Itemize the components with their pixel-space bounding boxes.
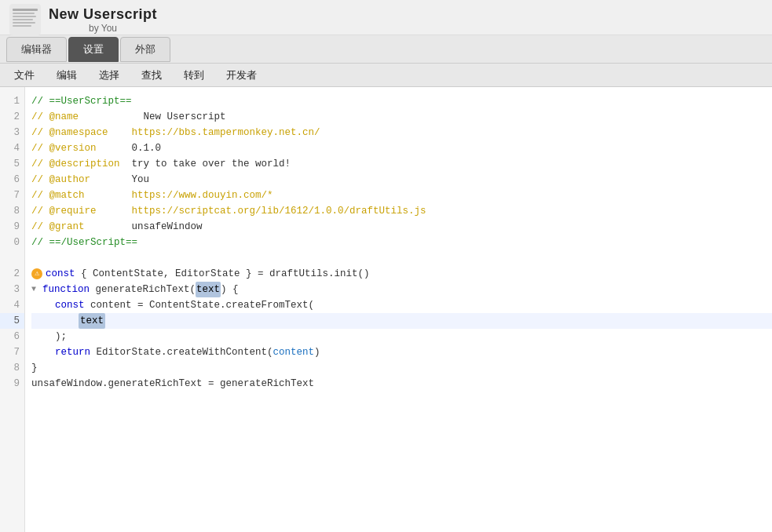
header-title: New Userscript by You [49, 6, 157, 34]
code-span: // @match [31, 188, 85, 203]
code-span: text [196, 282, 221, 297]
by-you-label: by You [49, 23, 157, 34]
code-line-5: // @description try to take over the wor… [31, 156, 772, 172]
code-line-19: unsafeWindow.generateRichText = generate… [31, 376, 772, 392]
svg-rect-1 [13, 9, 38, 11]
ln-6: 6 [0, 172, 24, 188]
warning-icon: ⚠ [31, 268, 42, 279]
code-span: https://www.douyin.com/* [132, 188, 273, 203]
code-line-15: text [31, 313, 772, 329]
code-span: } [31, 360, 38, 376]
menu-edit[interactable]: 编辑 [46, 65, 88, 86]
ln-empty [0, 250, 24, 266]
code-line-3: // @namespace https://bbs.tampermonkey.n… [31, 125, 772, 140]
svg-rect-2 [13, 13, 35, 14]
app-name: New Userscript [49, 6, 157, 23]
code-line-empty [31, 250, 772, 266]
code-span: const [55, 297, 85, 313]
menu-file[interactable]: 文件 [3, 65, 46, 86]
ln-2: 2 [0, 109, 24, 125]
code-line-10: // ==/UserScript== [31, 235, 772, 250]
svg-rect-5 [13, 22, 35, 24]
code-span [31, 313, 79, 329]
code-span: content [273, 344, 315, 360]
code-line-7: // @match https://www.douyin.com/* [31, 188, 772, 203]
ln-12: 2 [0, 266, 24, 282]
svg-rect-3 [13, 16, 36, 17]
svg-rect-6 [13, 25, 31, 27]
code-span: { ContentState, EditorState } = draftUti… [75, 266, 370, 282]
ln-19: 9 [0, 376, 24, 392]
tab-external[interactable]: 外部 [120, 37, 170, 62]
code-span [31, 297, 55, 313]
code-span: 0.1.0 [97, 140, 162, 156]
code-line-14: const content = ContentState.createFromT… [31, 297, 772, 313]
code-line-4: // @version 0.1.0 [31, 140, 772, 156]
code-span: https://scriptcat.org/lib/1612/1.0.0/dra… [132, 203, 426, 219]
ln-13: 3 [0, 282, 24, 297]
header: New Userscript by You [0, 0, 772, 35]
svg-rect-4 [13, 19, 33, 20]
code-line-8: // @require https://scriptcat.org/lib/16… [31, 203, 772, 219]
ln-4: 4 [0, 140, 24, 156]
code-line-17: return EditorState.createWithContent(con… [31, 344, 772, 360]
ln-15: 5 [0, 313, 24, 329]
code-span: text [79, 313, 105, 329]
ln-8: 8 [0, 203, 24, 219]
code-span: const [46, 266, 75, 282]
ln-7: 7 [0, 188, 24, 203]
code-span [31, 344, 55, 360]
code-span: try to take over the world! [120, 156, 291, 172]
menu-select[interactable]: 选择 [88, 65, 130, 86]
code-span: // @description [31, 156, 120, 172]
code-line-13: ▼function generateRichText(text) { [31, 282, 772, 297]
ln-16: 6 [0, 329, 24, 344]
tab-editor[interactable]: 编辑器 [6, 37, 67, 62]
line-numbers: 1 2 3 4 5 6 7 8 9 0 2 3 4 5 6 7 8 9 [0, 87, 25, 532]
code-span: You [90, 172, 149, 188]
tab-settings[interactable]: 设置 [68, 37, 119, 62]
code-span: // @version [31, 140, 97, 156]
ln-14: 4 [0, 297, 24, 313]
code-span: return [55, 344, 90, 360]
menu-goto[interactable]: 转到 [173, 65, 215, 86]
code-span: generateRichText( [90, 282, 196, 297]
menu-find[interactable]: 查找 [130, 65, 173, 86]
code-span [85, 188, 132, 203]
ln-10: 0 [0, 235, 24, 250]
code-span: https://bbs.tampermonkey.net.cn/ [132, 125, 320, 140]
tabs-row: 编辑器 设置 外部 [0, 35, 772, 64]
code-span: ) [314, 344, 320, 360]
code-line-18: } [31, 360, 772, 376]
code-span: // ==/UserScript== [31, 235, 137, 250]
code-line-16: ); [31, 329, 772, 344]
ln-18: 8 [0, 360, 24, 376]
code-span: // @namespace [31, 125, 108, 140]
menu-developer[interactable]: 开发者 [215, 65, 268, 86]
code-span: unsafeWindow [85, 219, 203, 235]
app-icon [9, 4, 41, 35]
code-span: // @name [31, 109, 79, 125]
code-line-9: // @grant unsafeWindow [31, 219, 772, 235]
menu-row: 文件 编辑 选择 查找 转到 开发者 [0, 64, 772, 87]
code-line-12: ⚠const { ContentState, EditorState } = d… [31, 266, 772, 282]
code-span: // @author [31, 172, 90, 188]
code-line-6: // @author You [31, 172, 772, 188]
code-span: function [42, 282, 90, 297]
code-line-1: // ==UserScript== [31, 93, 772, 109]
code-span: ) { [221, 282, 239, 297]
code-content[interactable]: // ==UserScript== // @name New Userscrip… [25, 87, 772, 532]
code-span: New Userscript [79, 109, 226, 125]
code-span: // @require [31, 203, 97, 219]
ln-1: 1 [0, 93, 24, 109]
code-span [97, 203, 132, 219]
code-span: EditorState.createWithContent( [90, 344, 273, 360]
code-span: content = ContentState.createFromText( [85, 297, 315, 313]
ln-9: 9 [0, 219, 24, 235]
code-editor: 1 2 3 4 5 6 7 8 9 0 2 3 4 5 6 7 8 9 // =… [0, 87, 772, 532]
ln-17: 7 [0, 344, 24, 360]
code-span: // ==UserScript== [31, 93, 132, 109]
fold-arrow[interactable]: ▼ [31, 282, 41, 297]
code-span: unsafeWindow.generateRichText = generate… [31, 376, 314, 392]
code-span: // @grant [31, 219, 85, 235]
